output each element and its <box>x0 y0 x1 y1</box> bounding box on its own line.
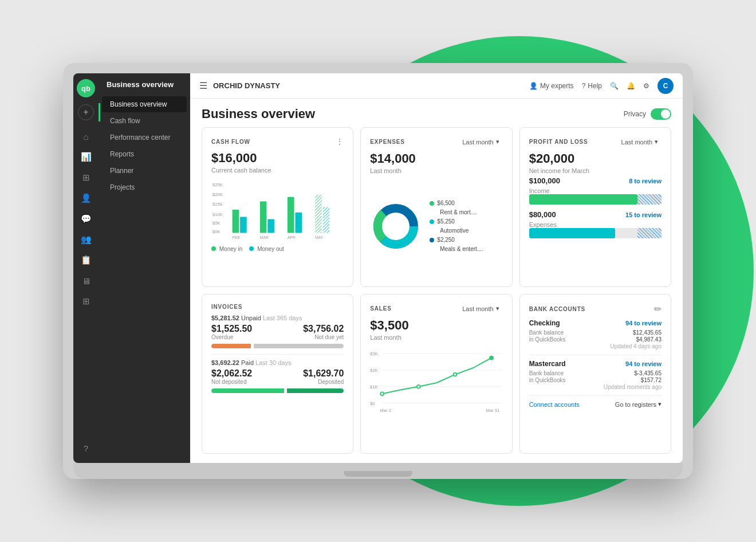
logo-text: qb <box>81 84 90 93</box>
checking-bank-label: Bank balance <box>529 329 564 336</box>
income-bar-track <box>529 194 662 205</box>
sales-title: SALES <box>370 305 391 312</box>
cards-grid: CASH FLOW ⋮ $16,000 Current cash balance… <box>190 127 683 463</box>
notifications-button[interactable]: 🔔 <box>627 82 635 90</box>
help-circle-icon: ? <box>582 82 586 90</box>
expense-items: $6,500 Rent & mort.... $5,250 <box>430 200 502 255</box>
bell-icon: 🔔 <box>627 82 635 90</box>
bank-accounts-card: BANK ACCOUNTS ✏ Checking 94 to review Ba… <box>519 294 671 454</box>
main-content: ☰ ORCHID DYNASTY 👤 My experts ? Help 🔍 <box>190 73 683 463</box>
mastercard-bank-balance-row: Bank balance $-3,435.65 <box>529 370 662 376</box>
building-icon[interactable]: ⊞ <box>77 168 95 187</box>
help-circle-icon[interactable]: ? <box>77 439 95 457</box>
expenses-filter-button[interactable]: Last month ▾ <box>459 137 502 147</box>
mastercard-account: Mastercard 94 to review Bank balance $-3… <box>529 355 662 396</box>
user-avatar[interactable]: C <box>657 78 674 94</box>
invoices-body: $5,281.52 Unpaid Last 365 days $1,525.50… <box>211 315 344 444</box>
svg-text:$5K: $5K <box>212 221 221 226</box>
income-bar-fill <box>529 194 638 205</box>
sales-subtitle: Last month <box>370 334 502 341</box>
sidebar-item-projects[interactable]: Projects <box>102 179 187 195</box>
invoices-divider <box>211 354 344 355</box>
mastercard-review[interactable]: 94 to review <box>625 360 662 367</box>
donut-svg <box>370 201 422 252</box>
sidebar-item-cash-flow[interactable]: Cash flow <box>102 113 187 129</box>
invoices-unpaid-bar <box>211 344 344 348</box>
checking-review[interactable]: 94 to review <box>625 320 662 327</box>
connect-accounts-link[interactable]: Connect accounts <box>529 401 580 408</box>
expense-dot-1 <box>430 201 434 206</box>
checking-qb-label: in QuickBooks <box>529 336 566 343</box>
expense-dot-3 <box>430 238 434 242</box>
mastercard-qb-balance-row: in QuickBooks $157.72 <box>529 377 662 383</box>
sidebar-rail: qb + ⌂ 📊 ⊞ 👤 💬 👥 📋 🖥 ⊞ ? <box>73 73 99 463</box>
svg-text:$2K: $2K <box>370 368 379 373</box>
svg-text:$25K: $25K <box>212 182 223 187</box>
pnl-title: PROFIT AND LOSS <box>529 139 588 145</box>
mastercard-bank-balance: $-3,435.65 <box>634 370 662 376</box>
money-in-legend: Money in <box>211 246 242 252</box>
privacy-switch[interactable] <box>651 108 671 120</box>
monitor-icon[interactable]: 🖥 <box>77 272 95 290</box>
checking-updated: Updated 4 days ago <box>610 343 662 349</box>
deposited-label: Deposited <box>303 379 344 385</box>
invoices-card-header: INVOICES <box>211 304 344 310</box>
sidebar-item-business-overview[interactable]: Business overview <box>102 96 187 112</box>
not-deposited-amount: $2,062.52 <box>211 368 252 379</box>
hamburger-icon[interactable]: ☰ <box>199 80 207 91</box>
checking-bank-balance-row: Bank balance $12,435.65 <box>529 329 662 336</box>
sidebar-item-planner[interactable]: Planner <box>102 163 187 179</box>
home-icon[interactable]: ⌂ <box>77 127 95 146</box>
deposited-block: $1,629.70 Deposited <box>303 368 344 385</box>
search-button[interactable]: 🔍 <box>610 82 619 90</box>
sidebar-item-reports[interactable]: Reports <box>102 146 187 162</box>
expenses-bar-hatch <box>637 228 662 238</box>
sales-svg: $3K $2K $1K $0 <box>370 345 502 420</box>
apps-icon[interactable]: ⊞ <box>77 292 95 311</box>
cashflow-card-header: CASH FLOW ⋮ <box>211 137 344 146</box>
svg-point-23 <box>382 213 410 240</box>
expenses-title: EXPENSES <box>370 139 404 145</box>
bank-footer: Connect accounts Go to registers ▾ <box>529 400 662 408</box>
contacts-icon[interactable]: 👥 <box>77 230 95 249</box>
income-row: $100,000 8 to review Income <box>529 176 662 205</box>
privacy-toggle[interactable]: Privacy <box>624 108 671 120</box>
pnl-subtitle: Net income for March <box>529 167 662 174</box>
top-header: ☰ ORCHID DYNASTY 👤 My experts ? Help 🔍 <box>190 73 683 99</box>
privacy-label: Privacy <box>624 110 646 118</box>
pnl-card: PROFIT AND LOSS Last month ▾ $20,000 Net… <box>519 127 671 287</box>
page-header: Business overview Privacy <box>190 99 683 127</box>
svg-point-34 <box>454 373 457 376</box>
logo-button[interactable]: qb <box>77 79 95 97</box>
invoices-deposited-not: $2,062.52 Not deposited $1,629.70 Deposi… <box>211 368 344 385</box>
mastercard-qb-balance: $157.72 <box>641 377 662 383</box>
svg-text:$0K: $0K <box>212 229 221 234</box>
add-button[interactable]: + <box>78 104 94 120</box>
invoices-paid-header: $3,692.22 Paid Last 30 days <box>211 359 344 366</box>
deposited-bar-segment <box>287 388 344 393</box>
sales-filter-button[interactable]: Last month ▾ <box>459 304 502 313</box>
receipt-icon[interactable]: 📋 <box>77 251 95 269</box>
expense-dot-2 <box>430 219 434 224</box>
chart-icon[interactable]: 📊 <box>77 148 95 166</box>
messages-icon[interactable]: 💬 <box>77 210 95 228</box>
my-experts-button[interactable]: 👤 My experts <box>529 82 574 90</box>
expenses-review[interactable]: 15 to review <box>625 211 662 218</box>
sidebar-item-performance-center[interactable]: Performance center <box>102 129 187 146</box>
go-registers-button[interactable]: Go to registers ▾ <box>615 400 662 408</box>
people-icon[interactable]: 👤 <box>77 189 95 207</box>
add-icon: + <box>83 107 88 117</box>
income-amount: $100,000 <box>529 176 560 185</box>
invoices-title: INVOICES <box>211 304 242 310</box>
cashflow-menu-icon[interactable]: ⋮ <box>336 137 344 146</box>
expenses-subtitle: Last month <box>370 167 502 174</box>
income-review[interactable]: 8 to review <box>629 178 662 184</box>
settings-button[interactable]: ⚙ <box>643 82 649 90</box>
svg-text:$1K: $1K <box>370 384 379 390</box>
cashflow-svg: $25K $20K $15K $10K $5K $0K <box>211 178 344 241</box>
svg-text:FEB: FEB <box>233 235 241 239</box>
help-button[interactable]: ? Help <box>582 82 602 90</box>
pnl-filter-button[interactable]: Last month ▾ <box>618 137 662 147</box>
edit-icon[interactable]: ✏ <box>654 304 662 315</box>
expenses-amount-pnl: $80,000 <box>529 210 556 219</box>
